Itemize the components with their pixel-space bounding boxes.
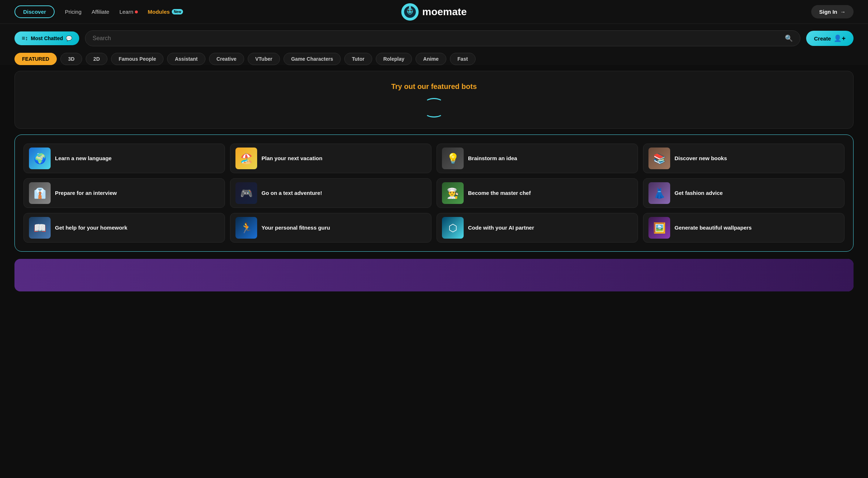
- category-tab-roleplay[interactable]: Roleplay: [376, 53, 412, 65]
- filter-icon: ≡↕: [22, 35, 28, 42]
- modules-badge: New: [172, 9, 183, 14]
- learn-link[interactable]: Learn: [119, 9, 137, 15]
- loading-spinner: [425, 98, 443, 118]
- most-chatted-button[interactable]: ≡↕ Most Chatted 💬: [14, 31, 79, 45]
- category-tab-3d[interactable]: 3D: [60, 53, 82, 65]
- pricing-link[interactable]: Pricing: [65, 9, 81, 15]
- quick-card-books[interactable]: 📚 Discover new books: [643, 144, 844, 173]
- quick-label-fashion: Get fashion advice: [675, 189, 723, 197]
- discover-button[interactable]: Discover: [14, 5, 55, 18]
- quick-card-chef[interactable]: 👨‍🍳 Become the master chef: [437, 178, 638, 208]
- quick-icon-fitness: 🏃: [240, 222, 253, 234]
- quick-icon-fashion: 👗: [653, 187, 666, 199]
- quick-icon-wallpaper: 🖼️: [653, 222, 666, 234]
- search-icon: 🔍: [785, 34, 793, 42]
- quick-label-language: Learn a new language: [55, 155, 112, 162]
- quick-thumb-interview: 👔: [29, 182, 51, 204]
- quick-icon-chef: 👨‍🍳: [447, 187, 459, 199]
- sign-in-arrow-icon: →: [840, 9, 846, 15]
- quick-thumb-brainstorm: 💡: [442, 148, 464, 169]
- quick-thumb-wallpaper: 🖼️: [648, 217, 670, 239]
- spinner-top-arc: [425, 98, 443, 107]
- quick-thumb-fitness: 🏃: [235, 217, 257, 239]
- quick-thumb-adventure: 🎮: [235, 182, 257, 204]
- quick-icon-brainstorm: 💡: [447, 153, 459, 165]
- quick-card-code[interactable]: ⬡ Code with your AI partner: [437, 213, 638, 243]
- sign-in-button[interactable]: Sign In →: [811, 5, 854, 18]
- quick-label-vacation: Plan your next vacation: [261, 155, 322, 162]
- svg-point-5: [411, 10, 412, 10]
- site-logo[interactable]: moemate: [401, 3, 467, 21]
- search-bar-row: ≡↕ Most Chatted 💬 🔍 Create 👤+: [14, 30, 854, 46]
- svg-point-6: [409, 6, 411, 8]
- affiliate-link[interactable]: Affiliate: [92, 9, 109, 15]
- quick-thumb-code: ⬡: [442, 217, 464, 239]
- quick-icon-books: 📚: [653, 153, 666, 165]
- quick-label-chef: Become the master chef: [468, 189, 531, 197]
- category-tab-creative[interactable]: Creative: [209, 53, 244, 65]
- category-tab-fast[interactable]: Fast: [450, 53, 476, 65]
- modules-link[interactable]: Modules New: [148, 9, 183, 15]
- category-tab-2d[interactable]: 2D: [86, 53, 107, 65]
- quick-icon-vacation: 🏖️: [240, 153, 253, 165]
- bottom-banner-inner: [14, 259, 854, 291]
- quick-card-homework[interactable]: 📖 Get help for your homework: [24, 213, 225, 243]
- navbar: Discover Pricing Affiliate Learn Modules…: [0, 0, 868, 24]
- category-tab-anime[interactable]: Anime: [416, 53, 446, 65]
- quick-thumb-homework: 📖: [29, 217, 51, 239]
- quick-icon-language: 🌍: [34, 153, 46, 165]
- nav-right: Sign In →: [811, 5, 854, 18]
- category-tab-game[interactable]: Game Characters: [284, 53, 341, 65]
- logo-text: moemate: [422, 6, 467, 18]
- quick-card-vacation[interactable]: 🏖️ Plan your next vacation: [230, 144, 431, 173]
- quick-thumb-books: 📚: [648, 148, 670, 169]
- quick-access-grid: 🌍 Learn a new language 🏖️ Plan your next…: [24, 144, 844, 243]
- quick-thumb-fashion: 👗: [648, 182, 670, 204]
- quick-access-section: 🌍 Learn a new language 🏖️ Plan your next…: [14, 135, 854, 252]
- quick-card-interview[interactable]: 👔 Prepare for an interview: [24, 178, 225, 208]
- quick-icon-code: ⬡: [448, 222, 457, 234]
- quick-label-adventure: Go on a text adventure!: [261, 189, 322, 197]
- quick-card-adventure[interactable]: 🎮 Go on a text adventure!: [230, 178, 431, 208]
- search-input-wrap: 🔍: [85, 30, 800, 46]
- logo-icon: [401, 3, 419, 21]
- create-button[interactable]: Create 👤+: [806, 31, 854, 46]
- quick-card-language[interactable]: 🌍 Learn a new language: [24, 144, 225, 173]
- category-tab-featured[interactable]: FEATURED: [14, 53, 57, 65]
- quick-label-brainstorm: Brainstorm an idea: [468, 155, 517, 162]
- quick-icon-interview: 👔: [34, 187, 46, 199]
- search-section: ≡↕ Most Chatted 💬 🔍 Create 👤+: [0, 24, 868, 46]
- quick-thumb-language: 🌍: [29, 148, 51, 169]
- quick-label-code: Code with your AI partner: [468, 224, 534, 231]
- quick-icon-homework: 📖: [34, 222, 46, 234]
- quick-label-interview: Prepare for an interview: [55, 189, 117, 197]
- featured-title: Try out our featured bots: [391, 82, 477, 91]
- chat-bubble-icon: 💬: [66, 35, 72, 41]
- quick-card-fitness[interactable]: 🏃 Your personal fitness guru: [230, 213, 431, 243]
- category-tab-tutor[interactable]: Tutor: [344, 53, 372, 65]
- quick-icon-adventure: 🎮: [240, 187, 253, 199]
- quick-label-fitness: Your personal fitness guru: [261, 224, 330, 231]
- quick-thumb-vacation: 🏖️: [235, 148, 257, 169]
- create-person-icon: 👤+: [834, 34, 846, 42]
- quick-card-brainstorm[interactable]: 💡 Brainstorm an idea: [437, 144, 638, 173]
- bottom-banner: [14, 259, 854, 291]
- search-input[interactable]: [93, 35, 781, 42]
- learn-notification-dot: [135, 10, 138, 13]
- category-tab-vtuber[interactable]: VTuber: [248, 53, 280, 65]
- category-tab-famous[interactable]: Famous People: [111, 53, 163, 65]
- quick-label-books: Discover new books: [675, 155, 727, 162]
- category-tabs: FEATURED3D2DFamous PeopleAssistantCreati…: [0, 46, 868, 65]
- nav-left: Discover Pricing Affiliate Learn Modules…: [14, 5, 183, 18]
- svg-point-4: [408, 10, 409, 10]
- featured-section: Try out our featured bots: [14, 71, 854, 129]
- quick-card-fashion[interactable]: 👗 Get fashion advice: [643, 178, 844, 208]
- quick-label-wallpaper: Generate beautiful wallpapers: [675, 224, 752, 231]
- quick-thumb-chef: 👨‍🍳: [442, 182, 464, 204]
- spinner-bottom-arc: [425, 108, 443, 118]
- quick-label-homework: Get help for your homework: [55, 224, 127, 231]
- category-tab-assistant[interactable]: Assistant: [167, 53, 205, 65]
- quick-card-wallpaper[interactable]: 🖼️ Generate beautiful wallpapers: [643, 213, 844, 243]
